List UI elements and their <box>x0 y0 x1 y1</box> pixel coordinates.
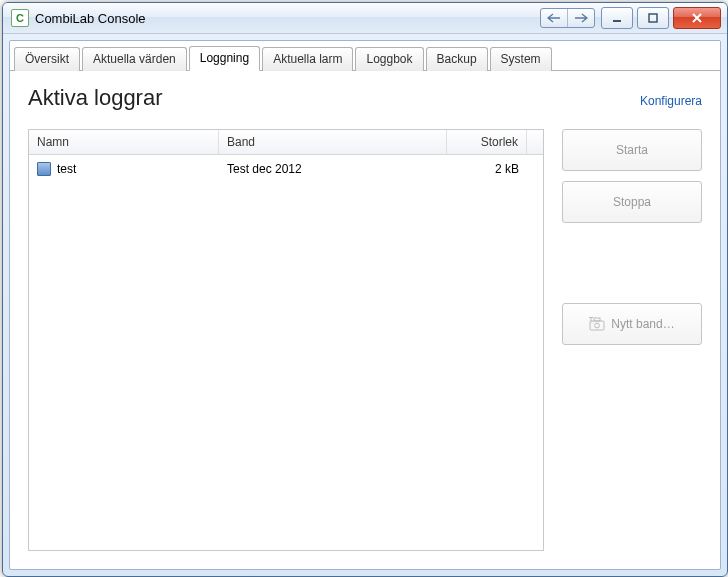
new-band-button-label: Nytt band… <box>611 317 674 331</box>
app-icon: C <box>11 9 29 27</box>
svg-point-4 <box>595 323 600 328</box>
cell-name: test <box>29 162 219 176</box>
svg-point-5 <box>592 322 593 323</box>
nav-forward-button[interactable] <box>567 9 594 27</box>
heading-row: Aktiva loggrar Konfigurera <box>28 85 702 111</box>
tab-loggning[interactable]: Loggning <box>189 46 260 71</box>
page-content: Aktiva loggrar Konfigurera Namn Band Sto… <box>10 71 720 569</box>
svg-rect-0 <box>613 20 621 22</box>
app-window: C CombiLab Console Översikt <box>2 2 728 577</box>
column-header-spare <box>527 130 543 154</box>
camera-icon <box>589 317 605 331</box>
close-button[interactable] <box>673 7 721 29</box>
tab-oversikt[interactable]: Översikt <box>14 47 80 71</box>
log-icon <box>37 162 51 176</box>
tab-system[interactable]: System <box>490 47 552 71</box>
column-header-name[interactable]: Namn <box>29 130 219 154</box>
tab-loggbok[interactable]: Loggbok <box>355 47 423 71</box>
tab-aktuella-larm[interactable]: Aktuella larm <box>262 47 353 71</box>
column-header-band[interactable]: Band <box>219 130 447 154</box>
svg-rect-2 <box>590 321 604 330</box>
maximize-button[interactable] <box>637 7 669 29</box>
client-area: Översikt Aktuella värden Loggning Aktuel… <box>9 40 721 570</box>
svg-rect-1 <box>649 14 657 22</box>
cell-band: Test dec 2012 <box>219 162 447 176</box>
configure-link[interactable]: Konfigurera <box>640 94 702 108</box>
table-header: Namn Band Storlek <box>29 130 543 155</box>
svg-rect-3 <box>594 318 600 321</box>
cell-size: 2 kB <box>447 162 527 176</box>
stop-button[interactable]: Stoppa <box>562 181 702 223</box>
tab-aktuella-varden[interactable]: Aktuella värden <box>82 47 187 71</box>
logs-table: Namn Band Storlek test Test dec 2012 <box>28 129 544 551</box>
table-body: test Test dec 2012 2 kB <box>29 155 543 550</box>
cell-name-text: test <box>57 162 76 176</box>
minimize-button[interactable] <box>601 7 633 29</box>
column-header-size[interactable]: Storlek <box>447 130 527 154</box>
window-title: CombiLab Console <box>35 11 540 26</box>
new-band-button[interactable]: Nytt band… <box>562 303 702 345</box>
side-actions: Starta Stoppa <box>562 129 702 551</box>
page-title: Aktiva loggrar <box>28 85 640 111</box>
titlebar: C CombiLab Console <box>3 3 727 34</box>
table-row[interactable]: test Test dec 2012 2 kB <box>29 155 543 183</box>
main-row: Namn Band Storlek test Test dec 2012 <box>28 129 702 551</box>
tab-backup[interactable]: Backup <box>426 47 488 71</box>
tab-bar: Översikt Aktuella värden Loggning Aktuel… <box>10 41 720 71</box>
nav-group <box>540 8 595 28</box>
start-button-label: Starta <box>616 143 648 157</box>
stop-button-label: Stoppa <box>613 195 651 209</box>
button-spacer <box>562 233 702 293</box>
nav-back-button[interactable] <box>541 9 567 27</box>
start-button[interactable]: Starta <box>562 129 702 171</box>
window-controls <box>601 7 721 29</box>
